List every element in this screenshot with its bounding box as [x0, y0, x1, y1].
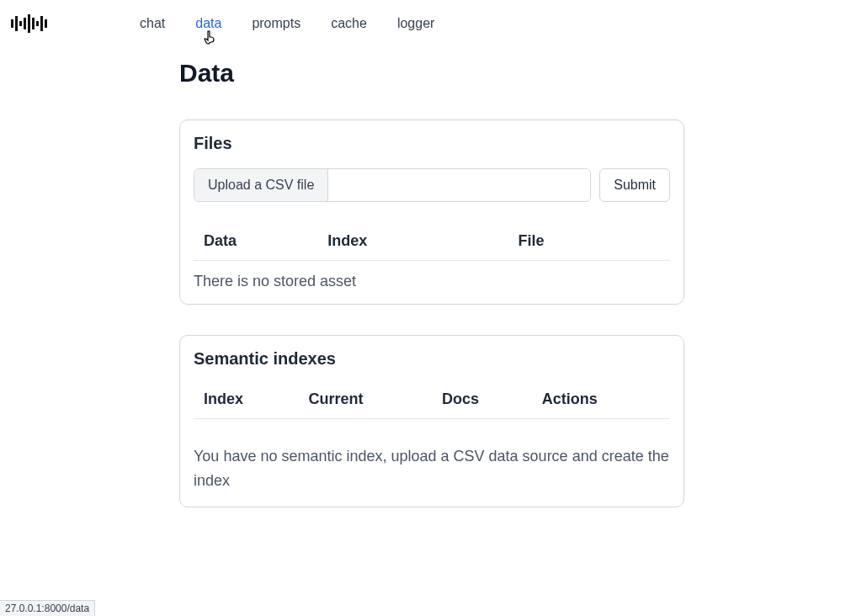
indexes-empty-message: You have no semantic index, upload a CSV…: [194, 419, 670, 493]
page-title: Data: [179, 59, 684, 88]
page-content: Data Files Upload a CSV file Submit Data…: [179, 59, 684, 507]
submit-button[interactable]: Submit: [599, 168, 670, 202]
nav-prompts[interactable]: prompts: [252, 13, 301, 34]
indexes-col-docs: Docs: [432, 384, 532, 419]
indexes-col-index: Index: [194, 384, 299, 419]
nav-chat[interactable]: chat: [140, 13, 165, 34]
indexes-table: Index Current Docs Actions: [194, 384, 670, 419]
topbar: chat data prompts cache logger: [0, 0, 867, 47]
file-input-group: Upload a CSV file: [194, 168, 591, 202]
files-table: Data Index File: [194, 226, 670, 261]
files-card-title: Files: [194, 134, 670, 153]
files-col-index: Index: [317, 226, 508, 261]
nav-data[interactable]: data: [195, 13, 221, 34]
files-card: Files Upload a CSV file Submit Data Inde…: [179, 119, 684, 305]
files-col-data: Data: [194, 226, 317, 261]
table-header-row: Data Index File: [194, 226, 670, 261]
file-name-field[interactable]: [328, 169, 590, 201]
indexes-col-current: Current: [299, 384, 432, 419]
nav-logger[interactable]: logger: [397, 13, 434, 34]
upload-row: Upload a CSV file Submit: [194, 168, 670, 202]
svg-rect-5: [32, 18, 35, 29]
indexes-col-actions: Actions: [532, 384, 670, 419]
files-empty-message: There is no stored asset: [194, 261, 670, 290]
svg-rect-3: [24, 18, 26, 29]
indexes-card: Semantic indexes Index Current Docs Acti…: [179, 335, 684, 507]
table-header-row: Index Current Docs Actions: [194, 384, 670, 419]
svg-rect-6: [36, 21, 39, 26]
upload-csv-button[interactable]: Upload a CSV file: [194, 169, 328, 201]
svg-rect-1: [15, 16, 18, 31]
indexes-card-title: Semantic indexes: [194, 349, 670, 369]
main-nav: chat data prompts cache logger: [140, 13, 434, 34]
svg-rect-0: [11, 19, 13, 28]
app-logo-icon: [8, 14, 49, 33]
nav-cache[interactable]: cache: [331, 13, 367, 34]
svg-rect-8: [45, 19, 47, 28]
status-bar: 27.0.0.1:8000/data: [0, 600, 95, 616]
files-col-file: File: [508, 226, 670, 261]
svg-rect-2: [19, 21, 22, 26]
svg-rect-7: [40, 16, 43, 31]
svg-rect-4: [28, 14, 30, 33]
